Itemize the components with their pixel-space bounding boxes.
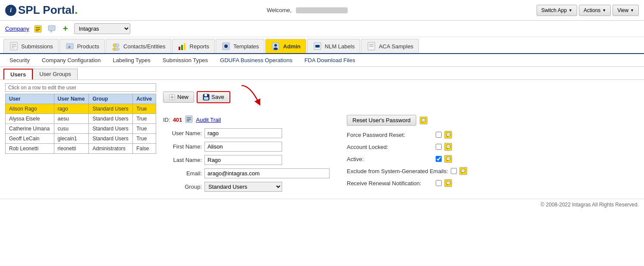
reset-comment-icon[interactable]: 💬 (420, 117, 427, 124)
exclude-emails-comment-icon[interactable]: 💬 (459, 167, 467, 175)
sub-nav-security[interactable]: Security (3, 56, 36, 65)
svg-rect-36 (185, 116, 192, 123)
section-tab-users-label: Users (10, 71, 26, 78)
users-table: User User Name Group Active Alison Ragor… (5, 94, 156, 154)
username-row: User Name: (163, 128, 330, 138)
email-input[interactable] (204, 168, 330, 178)
svg-rect-25 (315, 45, 320, 48)
tab-admin[interactable]: Admin (265, 39, 306, 53)
tab-aca-samples[interactable]: ACA Samples (361, 39, 419, 53)
sub-nav-fda-download[interactable]: FDA Download Files (298, 56, 361, 65)
tab-contacts[interactable]: Contacts/Entities (106, 39, 171, 53)
lastname-input[interactable] (204, 155, 282, 165)
switch-app-button[interactable]: Switch App ▼ (537, 5, 577, 16)
logo-info-icon: i (5, 5, 16, 16)
group-label: Group: (163, 184, 202, 190)
audit-trail-label[interactable]: Audit Trail (196, 117, 221, 123)
svg-rect-33 (204, 94, 207, 96)
actions-button[interactable]: Actions ▼ (579, 5, 611, 16)
tab-products-label: Products (77, 43, 99, 50)
logo-text: SPL Portal. (18, 3, 78, 17)
logo: i SPL Portal. (5, 3, 78, 17)
force-reset-row: Force Password Reset: 💬 (347, 131, 476, 139)
form-section: ID: 401 Audit Trail User Name: First Nam… (163, 115, 639, 195)
active-label: Active: (347, 156, 433, 162)
arrow-annotation (237, 83, 272, 111)
svg-rect-34 (204, 97, 208, 100)
company-link[interactable]: Company (5, 25, 29, 32)
content-area: Click on a row to edit the user User Use… (0, 79, 644, 199)
save-button-label: Save (211, 94, 224, 100)
firstname-label: First Name: (163, 143, 202, 150)
table-row[interactable]: Geoff LeCainglecain1Standard UsersTrue (6, 134, 156, 144)
tab-templates[interactable]: Templates (216, 39, 264, 53)
firstname-input[interactable] (204, 142, 282, 152)
renewal-comment-icon[interactable]: 💬 (444, 179, 452, 187)
reset-password-button[interactable]: Reset User's Password (347, 115, 416, 126)
sub-nav-gdufa[interactable]: GDUFA Business Operations (214, 56, 298, 65)
force-reset-label: Force Password Reset: (347, 132, 433, 138)
note-icon[interactable] (33, 24, 43, 34)
sub-nav-company-config[interactable]: Company Configuration (36, 56, 107, 65)
group-select[interactable]: Standard Users Administrators (204, 182, 282, 192)
company-selector[interactable]: Intagras (74, 23, 130, 34)
svg-point-23 (273, 48, 278, 50)
tab-reports[interactable]: Reports (172, 39, 215, 53)
audit-trail-icon[interactable] (185, 115, 193, 125)
group-row: Group: Standard Users Administrators (163, 182, 330, 192)
actions-label: Actions (584, 7, 600, 13)
email-row: Email: (163, 168, 330, 178)
exclude-emails-checkbox[interactable] (451, 168, 457, 174)
active-comment-icon[interactable]: 💬 (444, 155, 452, 163)
new-button[interactable]: New (163, 92, 194, 103)
sub-nav-labeling-types[interactable]: Labeling Types (107, 56, 157, 65)
tab-nlm-labels-label: NLM Labels (325, 43, 355, 50)
svg-rect-4 (48, 25, 55, 31)
section-tab-users[interactable]: Users (3, 69, 33, 79)
save-button[interactable]: Save (197, 91, 230, 103)
svg-text:A: A (68, 45, 71, 49)
table-row[interactable]: Catherine UmanacusuStandard UsersTrue (6, 124, 156, 134)
section-tab-user-groups-label: User Groups (39, 71, 71, 77)
sub-nav-submission-types[interactable]: Submission Types (157, 56, 214, 65)
form-left: ID: 401 Audit Trail User Name: First Nam… (163, 115, 330, 195)
id-value: 401 (173, 117, 182, 123)
tab-aca-samples-label: ACA Samples (379, 43, 413, 50)
svg-point-20 (224, 44, 228, 48)
reset-password-label: Reset User's Password (352, 117, 411, 124)
right-panel: New Save (163, 83, 639, 195)
table-row[interactable]: Rob LeonettirleonettiAdministratorsFalse (6, 144, 156, 154)
account-locked-checkbox[interactable] (436, 144, 442, 150)
add-icon[interactable]: + (60, 24, 71, 34)
view-button[interactable]: View ▼ (613, 5, 639, 16)
renewal-checkbox[interactable] (436, 180, 442, 186)
svg-rect-18 (184, 43, 185, 50)
footer-text: © 2008-2022 Intagras All Rights Reserved… (540, 202, 639, 208)
exclude-emails-label: Exclude from System-Generated Emails: (347, 168, 448, 174)
active-row: Active: 💬 (347, 155, 476, 163)
force-reset-comment-icon[interactable]: 💬 (444, 131, 452, 139)
table-row[interactable]: Alison RagoragoStandard UsersTrue (6, 104, 156, 114)
exclude-emails-row: Exclude from System-Generated Emails: 💬 (347, 167, 476, 175)
switch-app-label: Switch App (541, 7, 567, 13)
comment-icon[interactable] (47, 24, 57, 34)
table-row[interactable]: Alyssa EiseleaesuStandard UsersTrue (6, 114, 156, 124)
company-bar: Company + Intagras (0, 21, 644, 37)
account-locked-comment-icon[interactable]: 💬 (444, 143, 452, 151)
section-tab-user-groups[interactable]: User Groups (33, 69, 78, 79)
id-label: ID: (163, 117, 170, 123)
view-label: View (617, 7, 628, 13)
col-active: Active (133, 94, 156, 104)
active-checkbox[interactable] (436, 156, 442, 162)
force-reset-checkbox[interactable] (436, 132, 442, 138)
tab-nlm-labels[interactable]: NLM Labels (307, 39, 360, 53)
tab-reports-label: Reports (190, 43, 210, 50)
tab-submissions[interactable]: Submissions (3, 39, 59, 53)
form-right: Reset User's Password 💬 Force Password R… (347, 115, 476, 191)
firstname-row: First Name: (163, 142, 330, 152)
lastname-label: Last Name: (163, 157, 202, 163)
welcome-blurred (296, 7, 348, 13)
renewal-row: Receive Renewal Notification: 💬 (347, 179, 476, 187)
username-input[interactable] (204, 128, 282, 138)
tab-products[interactable]: A Products (60, 39, 105, 53)
